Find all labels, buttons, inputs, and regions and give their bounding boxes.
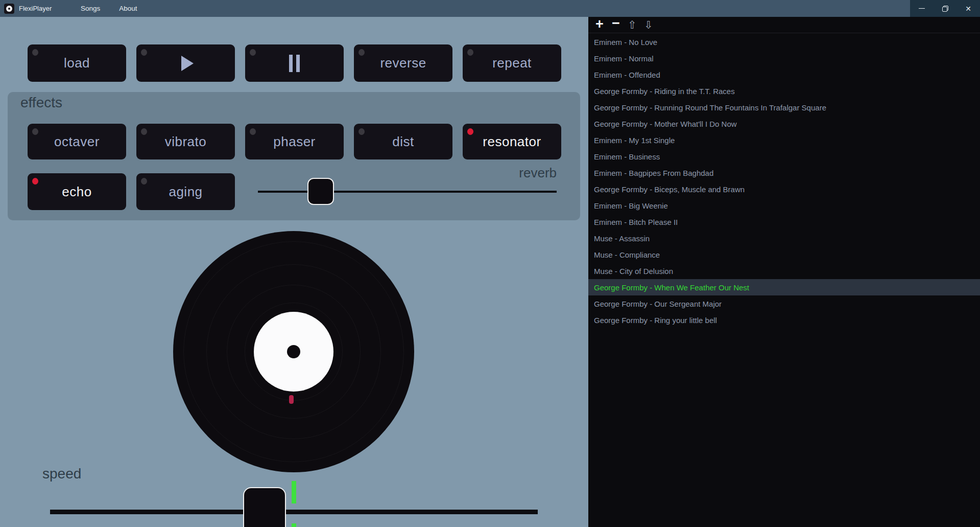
resonator-label: resonator bbox=[483, 134, 541, 150]
pause-icon bbox=[289, 55, 300, 72]
menubar: Songs About bbox=[78, 0, 140, 17]
led-indicator bbox=[467, 49, 473, 56]
led-indicator bbox=[32, 128, 38, 135]
playlist-item[interactable]: Eminem - Normal bbox=[588, 50, 980, 66]
phaser-label: phaser bbox=[273, 134, 316, 150]
add-button[interactable]: + bbox=[591, 17, 608, 33]
speed-slider-track[interactable] bbox=[50, 510, 538, 514]
speed-label: speed bbox=[42, 466, 81, 482]
repeat-button[interactable]: repeat bbox=[463, 44, 561, 82]
led-indicator bbox=[358, 128, 365, 135]
record-position-marker bbox=[289, 395, 294, 404]
playlist-item[interactable]: Eminem - Bagpipes From Baghdad bbox=[588, 165, 980, 181]
playlist-item[interactable]: Muse - Compliance bbox=[588, 246, 980, 263]
load-button[interactable]: load bbox=[28, 44, 126, 82]
app-logo-icon bbox=[4, 4, 14, 14]
reverb-slider-handle[interactable] bbox=[307, 178, 334, 205]
maximize-icon bbox=[942, 6, 948, 12]
resonator-button[interactable]: resonator bbox=[463, 124, 561, 159]
dist-label: dist bbox=[392, 134, 414, 150]
led-indicator bbox=[358, 49, 365, 56]
led-indicator bbox=[32, 178, 38, 185]
playlist-toolbar: +−⇧⇩ bbox=[588, 17, 980, 33]
close-button[interactable]: ✕ bbox=[957, 0, 980, 17]
add-icon: + bbox=[595, 17, 604, 31]
load-label: load bbox=[64, 55, 90, 71]
playlist-item[interactable]: George Formby - Mother What'll I Do Now bbox=[588, 116, 980, 132]
vibrato-label: vibrato bbox=[165, 134, 207, 150]
window-controls: ✕ bbox=[910, 0, 980, 17]
playlist-item[interactable]: Eminem - Big Weenie bbox=[588, 197, 980, 214]
octaver-button[interactable]: octaver bbox=[28, 124, 126, 159]
minimize-icon bbox=[919, 8, 925, 9]
led-indicator bbox=[250, 128, 256, 135]
playlist-panel: +−⇧⇩ Eminem - No LoveEminem - NormalEmin… bbox=[588, 17, 980, 527]
led-indicator bbox=[141, 49, 147, 56]
record-spindle-hole bbox=[287, 345, 300, 358]
app-identity: FlexiPlayer bbox=[4, 0, 52, 17]
remove-icon: − bbox=[612, 16, 620, 30]
led-indicator bbox=[250, 49, 256, 56]
reverb-slider-track[interactable] bbox=[258, 191, 557, 193]
menu-songs[interactable]: Songs bbox=[78, 5, 103, 12]
playlist-item[interactable]: Eminem - No Love bbox=[588, 34, 980, 50]
deck-panel: loadreverserepeat effects octavervibrato… bbox=[0, 17, 588, 527]
repeat-label: repeat bbox=[492, 55, 532, 71]
effects-title: effects bbox=[20, 95, 62, 111]
playlist-item[interactable]: Eminem - Bitch Please II bbox=[588, 214, 980, 230]
app-title: FlexiPlayer bbox=[19, 5, 52, 12]
speed-slider-handle[interactable] bbox=[243, 487, 286, 527]
led-indicator bbox=[32, 49, 38, 56]
move-up-icon: ⇧ bbox=[628, 19, 637, 30]
playlist-item[interactable]: Muse - Assassin bbox=[588, 230, 980, 246]
maximize-button[interactable] bbox=[934, 0, 957, 17]
phaser-button[interactable]: phaser bbox=[245, 124, 344, 159]
move-up-button[interactable]: ⇧ bbox=[624, 17, 640, 33]
reverse-button[interactable]: reverse bbox=[354, 44, 452, 82]
playlist-item[interactable]: George Formby - When We Feather Our Nest bbox=[588, 279, 980, 295]
echo-button[interactable]: echo bbox=[28, 173, 126, 210]
pause-button[interactable] bbox=[245, 44, 344, 82]
playlist-item[interactable]: George Formby - Biceps, Muscle and Brawn bbox=[588, 181, 980, 197]
speed-center-tick-top bbox=[292, 481, 296, 503]
playlist-item[interactable]: George Formby - Riding in the T.T. Races bbox=[588, 83, 980, 99]
remove-button[interactable]: − bbox=[608, 17, 624, 33]
play-button[interactable] bbox=[136, 44, 235, 82]
close-icon: ✕ bbox=[965, 5, 971, 12]
menu-about[interactable]: About bbox=[116, 5, 140, 12]
playlist-item[interactable]: Eminem - My 1st Single bbox=[588, 132, 980, 148]
playlist-item[interactable]: George Formby - Our Sergeant Major bbox=[588, 295, 980, 312]
playlist-item[interactable]: Muse - City of Delusion bbox=[588, 263, 980, 279]
speed-center-tick-bottom bbox=[292, 523, 296, 527]
dist-button[interactable]: dist bbox=[354, 124, 452, 159]
octaver-label: octaver bbox=[54, 134, 100, 150]
playlist: Eminem - No LoveEminem - NormalEminem - … bbox=[588, 34, 980, 527]
move-down-button[interactable]: ⇩ bbox=[640, 17, 657, 33]
reverse-label: reverse bbox=[380, 55, 426, 71]
vibrato-button[interactable]: vibrato bbox=[136, 124, 235, 159]
aging-label: aging bbox=[169, 184, 202, 200]
titlebar: FlexiPlayer Songs About ✕ bbox=[0, 0, 980, 17]
aging-button[interactable]: aging bbox=[136, 173, 235, 210]
minimize-button[interactable] bbox=[910, 0, 934, 17]
playlist-item[interactable]: Eminem - Business bbox=[588, 148, 980, 165]
vinyl-record[interactable] bbox=[173, 231, 414, 472]
led-indicator bbox=[141, 178, 147, 185]
echo-label: echo bbox=[62, 184, 91, 200]
playlist-item[interactable]: Eminem - Offended bbox=[588, 66, 980, 83]
playlist-item[interactable]: George Formby - Running Round The Founta… bbox=[588, 99, 980, 116]
play-icon bbox=[181, 56, 194, 71]
move-down-icon: ⇩ bbox=[644, 19, 653, 30]
led-indicator bbox=[141, 128, 147, 135]
led-indicator bbox=[467, 128, 473, 135]
playlist-item[interactable]: George Formby - Ring your little bell bbox=[588, 312, 980, 328]
reverb-label: reverb bbox=[514, 165, 557, 181]
